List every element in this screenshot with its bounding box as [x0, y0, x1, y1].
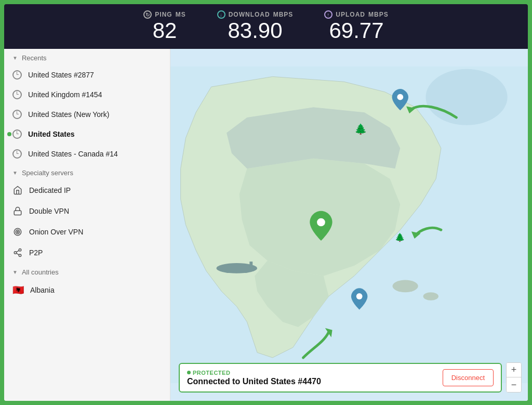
ping-metric: ↻ PING ms 82 — [143, 10, 185, 43]
speed-bar: ↻ PING ms 82 ↓ DOWNLOAD Mbps 83.90 ↑ UPL… — [4, 4, 528, 49]
sidebar-item-double-vpn[interactable]: Double VPN — [4, 201, 170, 221]
map-svg: 🌲 🌲 — [170, 49, 528, 401]
upload-metric: ↑ UPLOAD Mbps 69.77 — [324, 10, 388, 43]
svg-point-11 — [393, 280, 418, 293]
upload-value: 69.77 — [329, 19, 383, 43]
svg-point-3 — [17, 231, 19, 233]
all-countries-header[interactable]: ▼ All countries — [4, 263, 170, 279]
download-icon: ↓ — [217, 10, 225, 19]
svg-point-2 — [16, 230, 20, 234]
home-icon — [12, 185, 23, 195]
sidebar-item-us[interactable]: United States — [4, 124, 170, 144]
sidebar-item-p2p[interactable]: P2P — [4, 242, 170, 263]
svg-point-18 — [397, 94, 403, 100]
svg-point-19 — [356, 293, 363, 299]
sidebar-item-us2877[interactable]: United States #2877 — [4, 65, 170, 85]
sidebar-item-label: United States — [28, 130, 74, 138]
clock-icon — [12, 129, 22, 139]
sidebar-item-us-ca14[interactable]: United States - Canada #14 — [4, 144, 170, 164]
share-icon — [12, 247, 23, 258]
sidebar-item-label: P2P — [29, 249, 43, 257]
sidebar-item-onion-vpn[interactable]: Onion Over VPN — [4, 221, 170, 242]
upload-label: ↑ UPLOAD Mbps — [324, 10, 388, 19]
svg-point-1 — [14, 228, 21, 236]
upload-icon: ↑ — [324, 10, 332, 19]
albania-flag: 🇦🇱 — [12, 284, 24, 296]
svg-line-7 — [16, 253, 19, 255]
specialty-header[interactable]: ▼ Specialty servers — [4, 164, 170, 180]
download-metric: ↓ DOWNLOAD Mbps 83.90 — [217, 10, 294, 43]
connection-bar: PROTECTED Connected to United States #44… — [179, 363, 502, 393]
download-label: ↓ DOWNLOAD Mbps — [217, 10, 294, 19]
svg-point-4 — [19, 249, 21, 252]
sidebar-item-label: Onion Over VPN — [29, 228, 83, 236]
sidebar-item-dedicated-ip[interactable]: Dedicated IP — [4, 180, 170, 201]
zoom-out-button[interactable]: − — [507, 377, 521, 392]
all-countries-label: All countries — [22, 268, 59, 276]
svg-point-5 — [14, 252, 17, 254]
sidebar: ▼ Recents United States #2877 United Kin… — [4, 49, 170, 401]
svg-point-17 — [317, 218, 325, 227]
sidebar-item-uk1454[interactable]: United Kingdom #1454 — [4, 85, 170, 104]
download-value: 83.90 — [228, 19, 282, 43]
svg-text:🌲: 🌲 — [354, 123, 367, 136]
svg-point-12 — [423, 292, 438, 301]
disconnect-button[interactable]: Disconnect — [443, 369, 494, 386]
zoom-controls: + − — [506, 362, 522, 393]
all-countries-chevron: ▼ — [12, 269, 18, 275]
sidebar-item-label: United States #2877 — [28, 71, 94, 79]
sidebar-item-label: United Kingdom #1454 — [28, 90, 102, 99]
lock-icon — [12, 206, 23, 216]
protected-dot — [187, 371, 191, 374]
protected-text: PROTECTED — [193, 370, 230, 376]
svg-text:🌲: 🌲 — [395, 232, 405, 242]
protected-label: PROTECTED — [187, 370, 321, 376]
recents-label: Recents — [22, 54, 47, 62]
sidebar-item-label: Albania — [30, 286, 55, 294]
svg-point-6 — [19, 254, 21, 257]
sidebar-item-albania[interactable]: 🇦🇱 Albania — [4, 279, 170, 301]
svg-point-10 — [425, 69, 507, 125]
clock-icon — [12, 110, 22, 119]
zoom-in-button[interactable]: + — [507, 363, 521, 377]
svg-line-8 — [16, 251, 19, 252]
clock-icon — [12, 70, 22, 80]
clock-icon — [12, 90, 22, 99]
svg-rect-16 — [249, 262, 252, 268]
ping-label: ↻ PING ms — [143, 10, 185, 19]
active-dot — [7, 132, 11, 136]
recents-header[interactable]: ▼ Recents — [4, 49, 170, 65]
specialty-label: Specialty servers — [22, 169, 73, 177]
map-area: 🌲 🌲 — [170, 49, 528, 401]
clock-icon — [12, 149, 22, 159]
svg-rect-0 — [14, 211, 21, 215]
connection-info: PROTECTED Connected to United States #44… — [187, 370, 321, 386]
connected-text: Connected to United States #4470 — [187, 377, 321, 386]
sidebar-item-label: Dedicated IP — [29, 186, 71, 194]
ping-icon: ↻ — [143, 10, 152, 19]
sidebar-item-us-ny[interactable]: United States (New York) — [4, 104, 170, 124]
sidebar-item-label: United States (New York) — [28, 110, 109, 119]
recents-chevron: ▼ — [12, 55, 18, 61]
sidebar-item-label: Double VPN — [29, 207, 69, 215]
sidebar-item-label: United States - Canada #14 — [28, 150, 118, 158]
specialty-chevron: ▼ — [12, 170, 18, 176]
onion-icon — [12, 227, 23, 237]
ping-value: 82 — [153, 19, 177, 43]
